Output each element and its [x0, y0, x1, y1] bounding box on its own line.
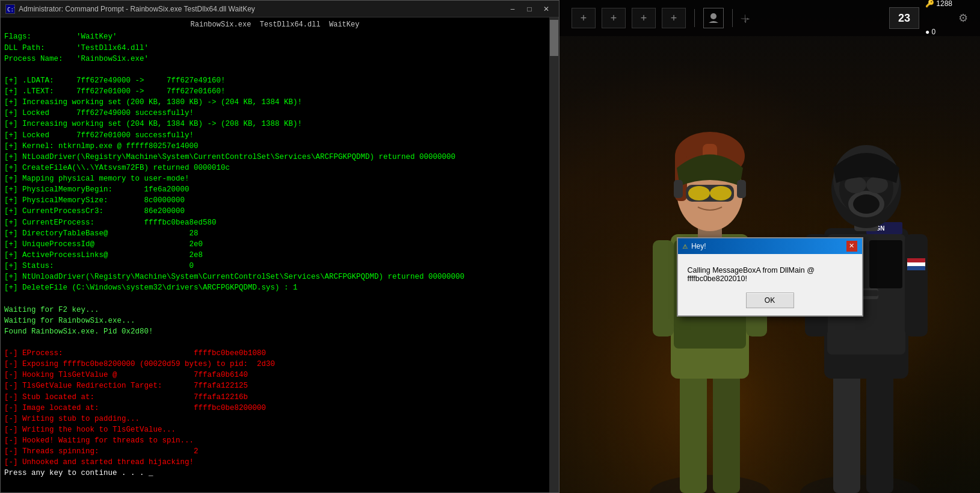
svg-point-20 [710, 186, 732, 200]
cmd-line-6: [+] Increasing working set (200 KB, 1380… [4, 97, 546, 108]
cmd-line-14: [+] PhysicalMemoryBegin: 1fe6a20000 [4, 184, 546, 195]
cmd-line-24 [4, 293, 546, 304]
svg-rect-24 [833, 373, 860, 493]
game-hud: + + + + ⚔ 23 🔑 231288 ● 0 ⚙ [559, 0, 980, 36]
cmd-titlebar-buttons: – □ ✕ [505, 3, 554, 15]
hud-plus-btn-1[interactable]: + [572, 8, 596, 28]
svg-rect-29 [869, 240, 902, 288]
msgbox-close-button[interactable]: ✕ [846, 241, 857, 252]
cmd-line-15: [+] PhysicalMemorySize: 8c0000000 [4, 195, 546, 206]
cmd-line-0: Flags: 'WaitKey' [4, 31, 546, 42]
msgbox-message-text: Calling MessageBoxA from DllMain @ ffffb… [688, 266, 852, 283]
cmd-line-18: [+] DirectoryTableBase@ 28 [4, 228, 546, 239]
cmd-close-button[interactable]: ✕ [538, 3, 554, 15]
cmd-line-23: [+] DeleteFile (C:\Windows\system32\driv… [4, 282, 546, 293]
hud-divider-2 [732, 9, 733, 27]
hud-gear-button[interactable]: ⚙ [958, 11, 968, 25]
svg-rect-11 [653, 240, 674, 336]
cmd-line-5: [+] .LTEXT: 7ff627e01000 -> 7ff627e01660… [4, 86, 546, 97]
hud-currency-area: 🔑 231288 ● 0 [925, 0, 952, 37]
svg-rect-25 [866, 373, 893, 493]
svg-rect-43 [907, 258, 925, 262]
cmd-line-9: [+] Locked 7ff627e01000 successfully! [4, 130, 546, 141]
cmd-line-31: [-] Hooking TlsGetValue @ 7ffafa0b6140 [4, 370, 546, 380]
msgbox-titlebar: ⚠ Hey! ✕ [678, 238, 862, 254]
cmd-scrollbar[interactable] [549, 17, 559, 492]
cmd-line-8: [+] Increasing working set (204 KB, 1384… [4, 119, 546, 129]
cmd-line-37: [-] Hooked! Waiting for threads to spin.… [4, 435, 546, 446]
cmd-line-20: [+] ActiveProcessLinks@ 2e8 [4, 250, 546, 261]
svg-rect-6 [713, 373, 740, 493]
hud-r6-credits: 🔑 231288 [925, 0, 952, 8]
svg-point-39 [853, 194, 880, 214]
cmd-line-35: [-] Writing stub to padding... [4, 414, 546, 424]
cmd-line-13: [+] Mapping physical memory to user-mode… [4, 173, 546, 184]
hud-coins: ● 0 [925, 28, 935, 37]
cmd-line-11: [+] NtLoadDriver(\Registry\Machine\Syste… [4, 152, 546, 163]
hud-profile-icon[interactable] [703, 8, 724, 28]
msgbox-body: Calling MessageBoxA from DllMain @ ffffb… [678, 254, 862, 315]
svg-rect-33 [905, 234, 928, 336]
svg-text:C:\: C:\ [7, 7, 14, 13]
msgbox: ⚠ Hey! ✕ Calling MessageBoxA from DllMai… [677, 237, 863, 317]
cmd-line-36: [-] Writing the hook to TlsGetValue... [4, 424, 546, 435]
cmd-content: RainbowSix.exe TestDllx64.dll WaitKey Fl… [1, 17, 549, 492]
cmd-line-40: Press any key to continue . . . _ [4, 468, 546, 479]
cmd-line-12: [+] CreateFileA(\\.\YAtsvsm72FB) returne… [4, 163, 546, 173]
cmd-center-title: RainbowSix.exe TestDllx64.dll WaitKey [4, 20, 546, 30]
cmd-title-text: Administrator: Command Prompt - RainbowS… [19, 5, 505, 13]
hud-plus-btn-2[interactable]: + [602, 8, 626, 28]
cmd-line-7: [+] Locked 7ff627e49000 successfully! [4, 108, 546, 119]
cmd-line-30: [-] Exposing ffffbc0be8200000 (00020d59 … [4, 359, 546, 370]
cmd-scrollbar-area: RainbowSix.exe TestDllx64.dll WaitKey Fl… [1, 17, 559, 492]
cmd-line-29: [-] EProcess: ffffbc0bee0b1080 [4, 348, 546, 359]
svg-rect-44 [907, 266, 925, 270]
hud-level-badge: 23 [889, 7, 919, 29]
cmd-line-19: [+] UniqueProcessId@ 2e0 [4, 239, 546, 250]
cmd-line-39: [-] Unhooked and started thread hijackin… [4, 457, 546, 468]
cmd-line-34: [-] Image located at: ffffbc0be8200000 [4, 403, 546, 414]
svg-rect-5 [680, 373, 707, 493]
cmd-line-33: [-] Stub located at: 7ffafa12216b [4, 392, 546, 403]
hud-knife-icon: ⚔ [737, 10, 753, 26]
cmd-line-17: [+] CurrentEProcess: ffffbc0bea8ed580 [4, 217, 546, 228]
cmd-line-26: Waiting for RainbowSix.exe... [4, 315, 546, 326]
cmd-maximize-button[interactable]: □ [522, 3, 537, 15]
cmd-minimize-button[interactable]: – [505, 3, 520, 15]
cmd-line-10: [+] Kernel: ntkrnlmp.exe @ fffff80257e14… [4, 141, 546, 152]
cmd-line-27: Found RainbowSix.exe. Pid 0x2d80! [4, 326, 546, 337]
cmd-line-25: Waiting for F2 key... [4, 305, 546, 315]
svg-rect-21 [674, 180, 683, 198]
svg-point-19 [688, 186, 710, 200]
msgbox-title-text: Hey! [691, 242, 846, 250]
cmd-line-22: [+] NtUnloadDriver(\Registry\Machine\Sys… [4, 271, 546, 282]
scrollbar-thumb[interactable] [550, 20, 558, 56]
msgbox-warning-icon: ⚠ [683, 241, 688, 251]
cmd-line-16: [+] CurrentProcessCr3: 86e200000 [4, 206, 546, 217]
cmd-line-1: DLL Path: 'TestDllx64.dll' [4, 43, 546, 54]
cmd-titlebar: C:\ Administrator: Command Prompt - Rain… [1, 1, 559, 17]
cmd-line-28 [4, 337, 546, 348]
cmd-line-32: [-] TlsGetValue Redirection Target: 7ffa… [4, 380, 546, 391]
msgbox-ok-button[interactable]: OK [746, 293, 794, 308]
cmd-line-2: Process Name: 'RainbowSix.exe' [4, 54, 546, 64]
svg-rect-22 [737, 180, 746, 198]
cmd-window: C:\ Administrator: Command Prompt - Rain… [0, 0, 559, 493]
cmd-line-4: [+] .LDATA: 7ff627e49000 -> 7ff627e49160… [4, 75, 546, 86]
svg-point-48 [710, 13, 717, 19]
cmd-line-3 [4, 64, 546, 75]
hud-divider-1 [694, 9, 695, 27]
cmd-icon: C:\ [5, 4, 15, 14]
cmd-line-38: [-] Threads spinning: 2 [4, 446, 546, 457]
game-window: GIGN + + + + [559, 0, 980, 493]
hud-plus-btn-3[interactable]: + [632, 8, 656, 28]
cmd-line-21: [+] Status: 0 [4, 261, 546, 271]
hud-plus-btn-4[interactable]: + [662, 8, 686, 28]
